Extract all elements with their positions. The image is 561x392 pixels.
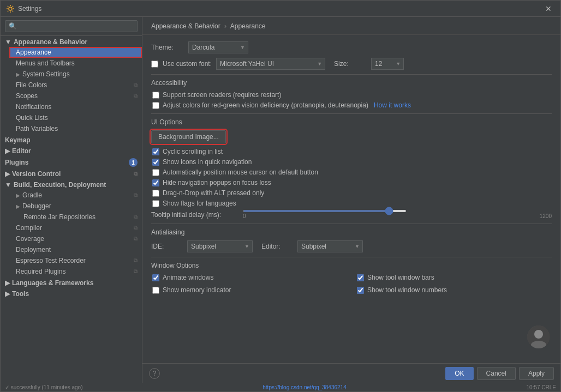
sidebar-item-system-settings[interactable]: ▶ System Settings [9,69,142,80]
sidebar: ▼ Appearance & Behavior Appearance Menus… [1,17,142,383]
show-toolwindow-bars-row: Show tool window bars [356,274,552,281]
sidebar-item-menus-toolbars[interactable]: Menus and Toolbars [9,58,142,69]
sidebar-item-tools[interactable]: ▶ Tools [1,288,142,299]
sidebar-item-notifications[interactable]: Notifications [9,101,142,112]
drag-drop-alt-row: Drag-n-Drop with ALT pressed only [151,189,552,197]
sidebar-item-label: Required Plugins [16,268,65,275]
sidebar-item-quick-lists[interactable]: Quick Lists [9,112,142,123]
animate-windows-label: Animate windows [163,274,213,281]
screen-readers-checkbox[interactable] [152,92,159,99]
sidebar-item-keymap[interactable]: Keymap [1,134,142,145]
sidebar-item-languages-frameworks[interactable]: ▶ Languages & Frameworks [1,277,142,288]
custom-font-checkbox[interactable] [151,61,158,68]
tooltip-slider-row: Tooltip initial delay (ms): 0 1200 [151,210,552,219]
window-title: Settings [18,5,41,13]
copy-icon: ⧉ [134,192,138,198]
auto-position-cursor-checkbox[interactable] [152,169,159,176]
main-panel: Appearance & Behavior › Appearance Theme… [142,17,560,383]
show-memory-checkbox[interactable] [152,287,159,294]
cancel-button[interactable]: Cancel [477,367,516,380]
font-select-wrapper: Microsoft YaHei UI [216,58,325,70]
sidebar-item-label: Build, Execution, Deployment [14,181,106,189]
tooltip-slider-container: 0 1200 [243,210,552,219]
background-image-button[interactable]: Background Image... [151,130,226,143]
sidebar-item-label: Deployment [16,246,51,254]
screen-readers-label: Support screen readers (requires restart… [163,91,281,99]
sidebar-item-label: Espresso Test Recorder [16,257,86,264]
show-flags-checkbox[interactable] [152,200,159,207]
custom-font-label: Use custom font: [163,60,212,68]
sidebar-item-appearance[interactable]: Appearance [9,47,142,58]
show-icons-nav-checkbox[interactable] [152,159,159,166]
close-button[interactable]: ✕ [542,3,555,14]
tooltip-slider[interactable] [243,210,407,212]
sidebar-item-debugger[interactable]: ▶ Debugger [9,201,142,212]
window-options-grid: Animate windows Show tool window bars Sh… [151,274,552,297]
expand-arrow-icon: ▼ [5,181,11,189]
sidebar-item-path-variables[interactable]: Path Variables [9,123,142,134]
hide-nav-popups-checkbox[interactable] [152,179,159,186]
auto-position-cursor-label: Automatically position mouse cursor on d… [163,168,318,176]
sidebar-item-required-plugins[interactable]: Required Plugins ⧉ [9,266,142,277]
slider-min-label: 0 [243,213,246,219]
ok-button[interactable]: OK [445,367,473,380]
size-select[interactable]: 12 11 13 14 [371,58,404,70]
sidebar-item-version-control[interactable]: ▶ Version Control ⧉ [1,168,142,179]
cyclic-scrolling-row: Cyclic scrolling in list [151,148,552,155]
copy-icon: ⧉ [134,93,138,99]
color-blindness-row: Adjust colors for red-green vision defic… [151,101,552,109]
sidebar-item-label: System Settings [22,70,70,78]
hide-nav-popups-label: Hide navigation popups on focus loss [163,179,271,186]
color-blindness-checkbox[interactable] [152,102,159,109]
expand-arrow-icon: ▶ [5,170,10,178]
sidebar-item-editor[interactable]: ▶ Editor [1,145,142,156]
bottom-bar: ? OK Cancel Apply [142,363,560,383]
sidebar-item-gradle[interactable]: ▶ Gradle ⧉ [9,190,142,201]
settings-content: Theme: Darcula IntelliJ High contrast Us… [142,35,560,363]
sidebar-item-label: Scopes [16,92,38,100]
editor-aa-group: Editor: Subpixel Greyscale None [261,240,363,252]
sidebar-item-appearance-behavior[interactable]: ▼ Appearance & Behavior [1,36,142,47]
editor-aa-label: Editor: [261,243,294,250]
sidebar-item-deployment[interactable]: Deployment [9,244,142,255]
sidebar-item-espresso[interactable]: Espresso Test Recorder ⧉ [9,255,142,266]
sidebar-item-remote-jar[interactable]: Remote Jar Repositories ⧉ [17,212,142,222]
theme-select[interactable]: Darcula IntelliJ High contrast [188,41,248,53]
editor-aa-select[interactable]: Subpixel Greyscale None [297,240,363,252]
status-text: ✓ successfully (11 minutes ago) [5,384,83,390]
ide-aa-label: IDE: [151,243,184,250]
show-toolwindow-numbers-checkbox[interactable] [357,287,364,294]
divider-antialiasing [151,224,552,224]
help-icon[interactable]: ? [149,368,160,379]
expand-arrow-icon: ▶ [16,203,20,209]
apply-button[interactable]: Apply [519,367,554,380]
sidebar-item-scopes[interactable]: Scopes ⧉ [9,91,142,101]
sidebar-item-label: Languages & Frameworks [12,279,93,287]
sidebar-item-label: Menus and Toolbars [16,59,75,67]
font-select[interactable]: Microsoft YaHei UI [216,58,325,70]
show-toolwindow-bars-checkbox[interactable] [357,274,364,281]
animate-windows-checkbox[interactable] [152,274,159,281]
copy-icon: ⧉ [134,214,138,220]
sidebar-item-coverage[interactable]: Coverage ⧉ [9,233,142,244]
sidebar-item-compiler[interactable]: Compiler ⧉ [9,222,142,233]
show-toolwindow-numbers-label: Show tool window numbers [367,286,447,294]
sidebar-item-label: Debugger [22,202,51,210]
how-it-works-link[interactable]: How it works [374,101,411,109]
search-input[interactable] [5,20,138,32]
breadcrumb-part-2: Appearance [230,22,266,30]
cyclic-scrolling-checkbox[interactable] [152,148,159,155]
sidebar-item-label: Appearance & Behavior [14,38,87,46]
drag-drop-alt-checkbox[interactable] [152,190,159,197]
avatar[interactable] [527,325,550,348]
sidebar-item-file-colors[interactable]: File Colors ⧉ [9,80,142,91]
theme-select-wrapper: Darcula IntelliJ High contrast [188,41,248,53]
title-bar-left: Settings [6,4,41,13]
tooltip-delay-label: Tooltip initial delay (ms): [151,211,238,219]
expand-arrow-icon: ▶ [16,192,20,198]
sidebar-item-plugins[interactable]: Plugins 1 [1,156,142,168]
sidebar-item-build-execution[interactable]: ▼ Build, Execution, Deployment [1,179,142,190]
expand-arrow-icon: ▶ [16,71,20,77]
ide-aa-select[interactable]: Subpixel Greyscale None [187,240,253,252]
accessibility-title: Accessibility [151,79,552,87]
